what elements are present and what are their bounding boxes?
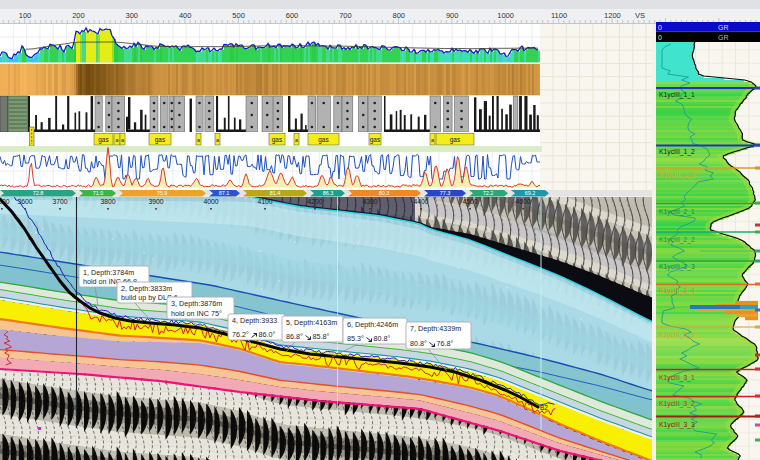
svg-text:72.2: 72.2 (483, 190, 494, 196)
svg-text:900: 900 (446, 11, 459, 20)
svg-text:100: 100 (19, 11, 32, 20)
svg-text:85.8°: 85.8° (313, 332, 330, 341)
svg-text:4200: 4200 (307, 198, 322, 205)
svg-text:3, Depth:3876m: 3, Depth:3876m (171, 299, 222, 308)
svg-text:4, Depth:3933: 4, Depth:3933 (232, 316, 277, 325)
svg-text:3700: 3700 (52, 198, 67, 205)
svg-text:80.3: 80.3 (379, 190, 390, 196)
svg-text:B2: B2 (540, 404, 548, 411)
svg-text:gas: gas (272, 136, 283, 144)
svg-text:gas: gas (370, 136, 381, 144)
svg-text:gas: gas (318, 136, 329, 144)
svg-text:800: 800 (393, 11, 406, 20)
svg-text:76.2°: 76.2° (232, 330, 249, 339)
svg-text:gas: gas (155, 136, 166, 144)
svg-text:0: 0 (658, 34, 662, 41)
svg-text:86.3: 86.3 (323, 190, 334, 196)
svg-text:77.3: 77.3 (440, 190, 451, 196)
svg-text:gas: gas (98, 136, 109, 144)
svg-text:K1ycIII_2_4: K1ycIII_2_4 (659, 287, 695, 295)
svg-text:K1ycIII_2_3: K1ycIII_2_3 (659, 263, 695, 271)
svg-text:VS: VS (635, 11, 645, 20)
svg-text:gas: gas (450, 136, 461, 144)
svg-text:K1ycIII_2_2: K1ycIII_2_2 (659, 236, 695, 244)
svg-text:75.9: 75.9 (157, 190, 168, 196)
svg-text:K1ycIII_1_1: K1ycIII_1_1 (659, 91, 695, 99)
svg-text:1000: 1000 (497, 11, 514, 20)
svg-text:K1ycIII_3_1: K1ycIII_3_1 (659, 374, 695, 382)
svg-text:4500: 4500 (462, 198, 477, 205)
svg-text:0: 0 (658, 24, 662, 31)
svg-text:500: 500 (232, 11, 245, 20)
svg-text:69.2: 69.2 (525, 190, 536, 196)
svg-text:GR: GR (718, 24, 729, 31)
svg-text:81.4: 81.4 (270, 190, 281, 196)
svg-text:2, Depth:3833m: 2, Depth:3833m (121, 284, 172, 293)
svg-text:400: 400 (179, 11, 192, 20)
svg-text:K1ycIII_1_3: K1ycIII_1_3 (659, 171, 695, 179)
svg-text:600: 600 (286, 11, 299, 20)
svg-text:72.8: 72.8 (33, 190, 44, 196)
svg-text:4000: 4000 (203, 198, 218, 205)
svg-text:1200: 1200 (604, 11, 621, 20)
svg-text:7, Depth:4339m: 7, Depth:4339m (410, 324, 461, 333)
svg-text:300: 300 (126, 11, 139, 20)
svg-text:85.3°: 85.3° (347, 334, 364, 343)
svg-text:76.8°: 76.8° (437, 339, 454, 348)
svg-text:hold on INC 75°: hold on INC 75° (171, 309, 222, 318)
svg-text:200: 200 (72, 11, 85, 20)
svg-text:80.8°: 80.8° (374, 334, 391, 343)
svg-text:GR: GR (718, 34, 729, 41)
svg-text:87.1: 87.1 (219, 190, 230, 196)
svg-text:K1ycIII_2_1: K1ycIII_2_1 (659, 208, 695, 216)
svg-text:1100: 1100 (551, 11, 567, 20)
svg-text:4400: 4400 (413, 198, 428, 205)
svg-text:86.8°: 86.8° (286, 332, 303, 341)
svg-text:1, Depth:3784m: 1, Depth:3784m (83, 268, 134, 277)
svg-text:K1ycIII_1_2: K1ycIII_1_2 (659, 148, 695, 156)
svg-text:3800: 3800 (100, 198, 115, 205)
svg-text:5, Depth:4163m: 5, Depth:4163m (286, 318, 337, 327)
svg-text:K1ycIII_3_2: K1ycIII_3_2 (659, 400, 695, 408)
svg-text:3900: 3900 (148, 198, 163, 205)
svg-text:4300: 4300 (362, 198, 377, 205)
svg-text:K1ycIII_3_3: K1ycIII_3_3 (659, 421, 695, 429)
svg-text:80.8°: 80.8° (410, 339, 427, 348)
svg-text:4600: 4600 (515, 198, 530, 205)
svg-text:86.0°: 86.0° (259, 330, 276, 339)
svg-text:K1ycIII_2_5: K1ycIII_2_5 (659, 331, 695, 339)
svg-text:700: 700 (339, 11, 352, 20)
svg-text:6, Depth:4246m: 6, Depth:4246m (347, 320, 398, 329)
svg-text:4100: 4100 (257, 198, 272, 205)
svg-text:71.0: 71.0 (93, 190, 104, 196)
